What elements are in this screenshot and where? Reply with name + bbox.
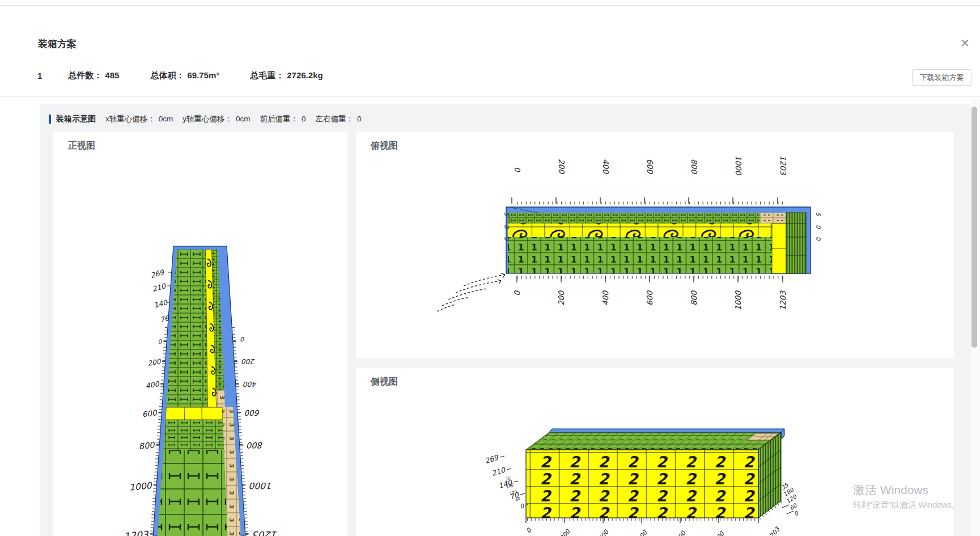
svg-text:0: 0 bbox=[513, 167, 522, 172]
content-area: 装箱示意图 x轴重心偏移： 0cm y轴重心偏移： 0cm 前后偏重： 0 左右… bbox=[40, 104, 971, 536]
svg-text:600: 600 bbox=[645, 290, 654, 306]
svg-text:800: 800 bbox=[138, 440, 156, 451]
svg-text:200: 200 bbox=[557, 159, 566, 174]
svg-text:1203: 1203 bbox=[766, 525, 782, 536]
svg-text:5: 5 bbox=[815, 212, 822, 217]
svg-text:0: 0 bbox=[525, 526, 533, 534]
top-cargo bbox=[508, 207, 806, 273]
svg-text:269: 269 bbox=[484, 453, 500, 465]
svg-text:1000: 1000 bbox=[734, 155, 743, 176]
svg-text:0: 0 bbox=[240, 335, 245, 343]
section-header: 装箱示意图 x轴重心偏移： 0cm y轴重心偏移： 0cm 前后偏重： 0 左右… bbox=[49, 114, 371, 124]
container-index: 1 bbox=[37, 71, 42, 81]
window-top-border bbox=[0, 5, 980, 6]
metric-left-right-bias: 左右偏重： 0 bbox=[316, 114, 362, 124]
svg-text:1000: 1000 bbox=[733, 290, 743, 311]
metric-y-offset: y轴重心偏移： 0cm bbox=[183, 114, 250, 124]
svg-text:600: 600 bbox=[245, 408, 260, 417]
svg-text:600: 600 bbox=[646, 159, 655, 174]
metric-front-back-bias: 前后偏重： 0 bbox=[260, 114, 306, 124]
svg-text:0: 0 bbox=[519, 502, 525, 510]
side-view-plot: 2 269 210 140 70 bbox=[356, 368, 954, 536]
svg-text:800: 800 bbox=[674, 529, 688, 536]
svg-text:200: 200 bbox=[557, 290, 566, 306]
stat-total-volume: 总体积： 69.75m³ bbox=[150, 70, 219, 81]
top-view-panel: 俯视图 1 bbox=[356, 132, 954, 358]
svg-text:400: 400 bbox=[601, 290, 610, 306]
svg-text:269: 269 bbox=[150, 268, 166, 280]
svg-text:800: 800 bbox=[247, 441, 263, 450]
leader-arrows bbox=[437, 275, 505, 311]
close-icon[interactable]: ✕ bbox=[960, 37, 970, 49]
section-title: 装箱示意图 bbox=[56, 114, 96, 124]
svg-text:1000: 1000 bbox=[710, 530, 726, 536]
svg-text:0: 0 bbox=[793, 509, 800, 517]
svg-text:0: 0 bbox=[815, 225, 822, 229]
metric-x-offset: x轴重心偏移： 0cm bbox=[105, 114, 173, 124]
svg-text:1000: 1000 bbox=[249, 480, 273, 491]
download-plan-button[interactable]: 下载装箱方案 bbox=[912, 69, 971, 86]
svg-text:60: 60 bbox=[515, 496, 521, 503]
svg-text:1203: 1203 bbox=[779, 155, 788, 176]
top-view-plot: 1 0 bbox=[356, 132, 954, 358]
svg-text:400: 400 bbox=[145, 379, 160, 390]
page-title: 装箱方案 bbox=[38, 37, 77, 50]
svg-text:1000: 1000 bbox=[129, 480, 152, 493]
svg-text:200: 200 bbox=[241, 357, 255, 365]
accent-bar bbox=[49, 115, 51, 124]
svg-text:600: 600 bbox=[635, 529, 649, 536]
svg-text:400: 400 bbox=[601, 159, 610, 174]
stat-total-pieces: 总件数： 485 bbox=[68, 70, 119, 81]
svg-text:800: 800 bbox=[690, 159, 699, 174]
front-view-plot: 3 bbox=[53, 132, 347, 536]
side-view-panel: 侧视图 2 bbox=[356, 368, 954, 536]
svg-text:800: 800 bbox=[689, 290, 698, 306]
svg-text:1203: 1203 bbox=[124, 529, 150, 536]
svg-text:1203: 1203 bbox=[253, 529, 278, 536]
svg-text:600: 600 bbox=[142, 408, 158, 419]
svg-text:1203: 1203 bbox=[778, 290, 787, 311]
scrollbar-thumb[interactable] bbox=[971, 107, 977, 348]
svg-text:210: 210 bbox=[151, 281, 167, 293]
svg-text:210: 210 bbox=[491, 465, 507, 478]
svg-text:140: 140 bbox=[153, 298, 169, 310]
header-divider bbox=[0, 96, 980, 97]
svg-text:0: 0 bbox=[157, 338, 163, 346]
stat-total-weight: 总毛重： 2726.2kg bbox=[250, 70, 323, 81]
front-view-panel: 正视图 bbox=[53, 132, 347, 536]
svg-text:200: 200 bbox=[147, 357, 162, 368]
summary-stats: 1 总件数： 485 总体积： 69.75m³ 总毛重： 2726.2kg bbox=[37, 66, 354, 85]
svg-text:400: 400 bbox=[597, 528, 610, 536]
svg-text:0: 0 bbox=[512, 290, 521, 296]
svg-text:200: 200 bbox=[558, 527, 572, 536]
svg-text:400: 400 bbox=[243, 380, 257, 389]
svg-text:0: 0 bbox=[815, 237, 822, 241]
side-cargo bbox=[526, 429, 784, 518]
